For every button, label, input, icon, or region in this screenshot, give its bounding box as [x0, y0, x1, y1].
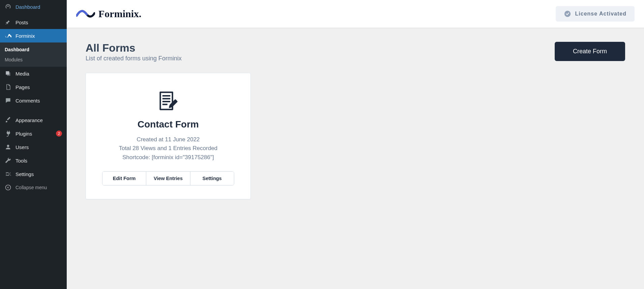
sidebar-subitem-dashboard[interactable]: Dashboard [0, 45, 67, 55]
brush-icon [5, 117, 11, 123]
page-header: All Forms List of created forms using Fo… [86, 42, 625, 62]
media-icon [5, 70, 11, 77]
form-document-icon [98, 89, 238, 114]
sidebar-item-label: Appearance [16, 117, 62, 123]
sidebar-item-plugins[interactable]: Plugins 2 [0, 127, 67, 140]
sidebar-item-label: Users [16, 144, 62, 150]
sidebar-item-forminix[interactable]: Forminix [0, 29, 67, 42]
form-card-created: Created at 11 June 2022 [98, 135, 238, 144]
form-card-meta: Created at 11 June 2022 Total 28 Views a… [98, 135, 238, 162]
wrench-icon [5, 157, 11, 164]
admin-sidebar: Dashboard Posts Forminix Dashboard Modul… [0, 0, 67, 289]
main-area: Forminix. License Activated All Forms Li… [67, 0, 644, 289]
pages-icon [5, 84, 11, 90]
brand-name: Forminix. [98, 8, 142, 20]
sidebar-item-settings[interactable]: Settings [0, 167, 67, 181]
sidebar-collapse-label: Collapse menu [16, 185, 47, 190]
sidebar-item-comments[interactable]: Comments [0, 94, 67, 107]
create-form-button[interactable]: Create Form [555, 42, 625, 61]
comment-icon [5, 97, 11, 104]
sidebar-item-users[interactable]: Users [0, 140, 67, 154]
check-circle-icon [564, 10, 571, 18]
sidebar-subitem-modules[interactable]: Modules [0, 55, 67, 65]
forms-grid: Contact Form Created at 11 June 2022 Tot… [86, 73, 625, 199]
pin-icon [5, 19, 11, 26]
form-card-stats: Total 28 Views and 1 Entries Recorded [98, 144, 238, 153]
sidebar-collapse[interactable]: Collapse menu [0, 181, 67, 194]
sidebar-item-label: Dashboard [16, 4, 62, 10]
user-icon [5, 144, 11, 150]
sidebar-item-label: Plugins [16, 131, 51, 137]
sidebar-submenu-forminix: Dashboard Modules [0, 42, 67, 67]
brand-wave-icon [76, 9, 95, 19]
sidebar-item-label: Media [16, 71, 62, 77]
form-card: Contact Form Created at 11 June 2022 Tot… [86, 73, 251, 199]
content: All Forms List of created forms using Fo… [67, 28, 644, 213]
sidebar-item-posts[interactable]: Posts [0, 16, 67, 29]
form-card-shortcode: Shortcode: [forminix id="39175286"] [98, 153, 238, 162]
page-title: All Forms [86, 42, 182, 54]
license-status: License Activated [556, 6, 635, 22]
sidebar-item-label: Posts [16, 20, 62, 25]
plug-icon [5, 130, 11, 137]
view-entries-button[interactable]: View Entries [146, 172, 190, 185]
sliders-icon [5, 171, 11, 177]
collapse-icon [5, 184, 11, 191]
license-status-label: License Activated [575, 11, 626, 17]
wave-icon [5, 32, 11, 39]
sidebar-item-media[interactable]: Media [0, 67, 67, 80]
form-settings-button[interactable]: Settings [190, 172, 234, 185]
sidebar-item-tools[interactable]: Tools [0, 154, 67, 167]
sidebar-item-label: Forminix [16, 33, 62, 39]
sidebar-item-dashboard[interactable]: Dashboard [0, 0, 67, 13]
topbar: Forminix. License Activated [67, 0, 644, 28]
page-subtitle: List of created forms using Forminix [86, 55, 182, 62]
sidebar-item-pages[interactable]: Pages [0, 80, 67, 94]
sidebar-item-label: Tools [16, 158, 62, 164]
brand: Forminix. [76, 8, 142, 20]
sidebar-item-label: Settings [16, 171, 62, 177]
form-card-title: Contact Form [98, 119, 238, 130]
sidebar-item-label: Pages [16, 84, 62, 90]
sidebar-item-label: Comments [16, 98, 62, 104]
gauge-icon [5, 3, 11, 10]
form-card-actions: Edit Form View Entries Settings [102, 171, 234, 185]
edit-form-button[interactable]: Edit Form [102, 172, 146, 185]
plugins-update-badge: 2 [56, 131, 62, 137]
sidebar-item-appearance[interactable]: Appearance [0, 113, 67, 127]
